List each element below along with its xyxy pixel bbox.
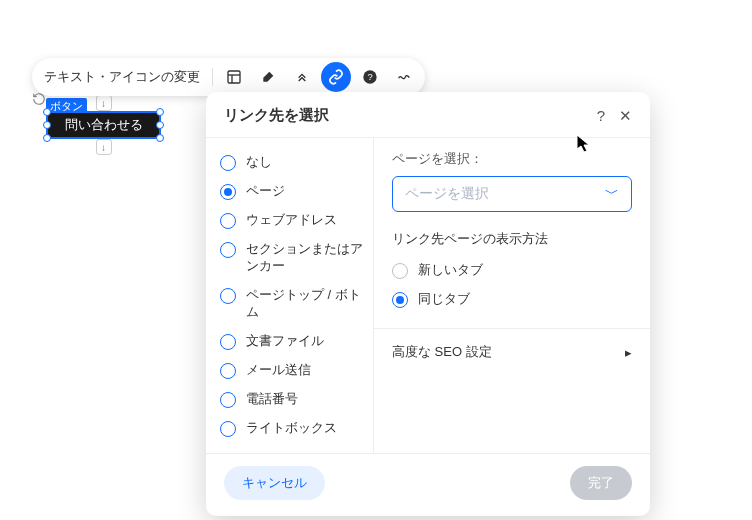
radio-label: 新しいタブ bbox=[418, 262, 483, 279]
open-mode-same-tab[interactable]: 同じタブ bbox=[392, 285, 632, 314]
radio-icon bbox=[220, 363, 236, 379]
separator bbox=[212, 68, 213, 86]
close-icon[interactable]: ✕ bbox=[619, 107, 632, 125]
radio-icon bbox=[220, 421, 236, 437]
radio-icon bbox=[220, 213, 236, 229]
dialog-footer: キャンセル 完了 bbox=[206, 454, 650, 516]
svg-text:?: ? bbox=[367, 72, 372, 82]
radio-icon bbox=[220, 184, 236, 200]
floating-toolbar: テキスト・アイコンの変更 ? bbox=[32, 58, 425, 96]
radio-icon bbox=[220, 392, 236, 408]
resize-handle[interactable] bbox=[43, 108, 51, 116]
page-select-dropdown[interactable]: ページを選択 ﹀ bbox=[392, 176, 632, 212]
link-options-panel: ページを選択： ページを選択 ﹀ リンク先ページの表示方法 新しいタブ 同じタブ… bbox=[374, 138, 650, 453]
toolbar-change-text-icon[interactable]: テキスト・アイコンの変更 bbox=[44, 68, 206, 86]
radio-icon bbox=[392, 263, 408, 279]
link-type-top-bottom[interactable]: ページトップ / ボトム bbox=[220, 281, 365, 327]
link-type-document[interactable]: 文書ファイル bbox=[220, 327, 365, 356]
link-type-mail[interactable]: メール送信 bbox=[220, 356, 365, 385]
resize-handle[interactable] bbox=[156, 134, 164, 142]
drag-handle-top[interactable]: ↓ bbox=[96, 95, 112, 111]
radio-label: ページトップ / ボトム bbox=[246, 287, 365, 321]
radio-label: 同じタブ bbox=[418, 291, 470, 308]
link-type-none[interactable]: なし bbox=[220, 148, 365, 177]
button-text: 問い合わせる bbox=[65, 116, 143, 134]
done-button[interactable]: 完了 bbox=[570, 466, 632, 500]
radio-label: セクションまたはアンカー bbox=[246, 241, 365, 275]
radio-label: 電話番号 bbox=[246, 391, 298, 408]
advanced-seo-row[interactable]: 高度な SEO 設定 ▸ bbox=[374, 328, 650, 371]
design-brush-icon[interactable] bbox=[253, 62, 283, 92]
radio-label: ウェブアドレス bbox=[246, 212, 337, 229]
resize-handle[interactable] bbox=[156, 121, 164, 129]
open-mode-new-tab[interactable]: 新しいタブ bbox=[392, 256, 632, 285]
dropdown-placeholder: ページを選択 bbox=[405, 185, 489, 203]
dialog-header: リンク先を選択 ? ✕ bbox=[206, 92, 650, 137]
link-icon[interactable] bbox=[321, 62, 351, 92]
selected-button-element[interactable]: 問い合わせる ↓ ↓ bbox=[46, 111, 161, 139]
layout-icon[interactable] bbox=[219, 62, 249, 92]
seo-label: 高度な SEO 設定 bbox=[392, 343, 492, 361]
drag-handle-bottom[interactable]: ↓ bbox=[96, 139, 112, 155]
dialog-help-icon[interactable]: ? bbox=[597, 107, 605, 124]
page-select-label: ページを選択： bbox=[392, 150, 632, 168]
radio-icon bbox=[220, 334, 236, 350]
resize-handle[interactable] bbox=[156, 108, 164, 116]
dialog-title: リンク先を選択 bbox=[224, 106, 329, 125]
mouse-cursor-icon bbox=[576, 134, 592, 157]
radio-icon bbox=[220, 288, 236, 304]
link-type-anchor[interactable]: セクションまたはアンカー bbox=[220, 235, 365, 281]
link-type-web-address[interactable]: ウェブアドレス bbox=[220, 206, 365, 235]
radio-icon bbox=[392, 292, 408, 308]
radio-label: メール送信 bbox=[246, 362, 311, 379]
radio-label: ライトボックス bbox=[246, 420, 337, 437]
animation-icon[interactable] bbox=[287, 62, 317, 92]
resize-handle[interactable] bbox=[43, 134, 51, 142]
radio-label: ページ bbox=[246, 183, 285, 200]
link-type-page[interactable]: ページ bbox=[220, 177, 365, 206]
chevron-right-icon: ▸ bbox=[625, 345, 632, 360]
chevron-down-icon: ﹀ bbox=[605, 185, 619, 203]
link-type-list: なし ページ ウェブアドレス セクションまたはアンカー ページトップ / ボトム… bbox=[206, 138, 374, 453]
svg-rect-0 bbox=[228, 71, 240, 83]
radio-label: なし bbox=[246, 154, 272, 171]
link-type-lightbox[interactable]: ライトボックス bbox=[220, 414, 365, 443]
cancel-button[interactable]: キャンセル bbox=[224, 466, 325, 500]
resize-handle[interactable] bbox=[43, 121, 51, 129]
radio-icon bbox=[220, 242, 236, 258]
radio-label: 文書ファイル bbox=[246, 333, 324, 350]
open-mode-label: リンク先ページの表示方法 bbox=[392, 230, 632, 248]
link-type-phone[interactable]: 電話番号 bbox=[220, 385, 365, 414]
help-icon[interactable]: ? bbox=[355, 62, 385, 92]
more-curve-icon[interactable] bbox=[389, 62, 419, 92]
radio-icon bbox=[220, 155, 236, 171]
